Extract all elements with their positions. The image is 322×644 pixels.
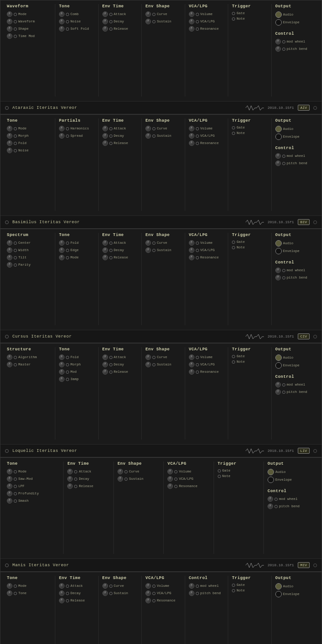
knob-sustain-cur[interactable] [145, 247, 151, 253]
knob-attack-cur[interactable] [102, 240, 108, 246]
knob-resonance-sinc[interactable] [145, 598, 151, 603]
knob-morph-loq[interactable] [59, 362, 64, 367]
knob-decay-cur[interactable] [102, 247, 108, 253]
knob-curve-man[interactable] [118, 469, 123, 474]
knob-pitchbend-man[interactable] [268, 504, 273, 509]
knob-mode-cur[interactable] [59, 255, 64, 260]
knob-vcalpg-sinc[interactable] [145, 590, 151, 596]
knob-vcalpg-cur[interactable] [189, 247, 194, 253]
knob-fold-loq[interactable] [59, 354, 64, 360]
knob-volume[interactable] [189, 11, 194, 17]
knob-sustain-man[interactable] [118, 476, 123, 482]
knob-harmonics[interactable] [59, 126, 64, 131]
knob-curve[interactable] [145, 11, 151, 17]
knob-attack-sinc[interactable] [59, 583, 64, 589]
knob-release-cur[interactable] [102, 255, 108, 260]
knob-modwheel-loq[interactable] [275, 382, 281, 387]
knob-curve-sinc[interactable] [102, 583, 108, 589]
knob-release-man[interactable] [67, 483, 73, 489]
knob-3amp-loq[interactable] [59, 376, 64, 382]
jack-audio-loq[interactable] [275, 354, 282, 361]
knob-vcalpg[interactable] [189, 19, 194, 24]
knob-pitchbend-sinc[interactable] [189, 590, 194, 596]
jack-envelope-cur[interactable] [275, 248, 282, 254]
knob-mode-sinc[interactable] [7, 583, 12, 589]
knob-decay-loq[interactable] [102, 362, 108, 367]
knob-pitchbend-loq[interactable] [275, 389, 281, 395]
knob-morph-bas[interactable] [7, 133, 12, 139]
knob-modwheel[interactable] [275, 39, 281, 44]
jack-audio-cur[interactable] [275, 240, 282, 247]
jack-audio-man[interactable] [268, 469, 274, 475]
jack-audio[interactable] [275, 11, 282, 18]
knob-shape[interactable] [7, 26, 12, 32]
knob-tone-sinc[interactable] [7, 590, 12, 596]
jack-envelope[interactable] [275, 19, 282, 26]
jack-audio-bas[interactable] [275, 126, 282, 132]
knob-release[interactable] [102, 26, 108, 32]
knob-attack[interactable] [102, 11, 108, 17]
knob-curve-cur[interactable] [145, 240, 151, 246]
knob-lpf[interactable] [7, 483, 12, 489]
knob-algorithm[interactable] [7, 354, 12, 360]
knob-noise[interactable] [59, 19, 64, 24]
knob-waveform[interactable] [7, 19, 12, 24]
knob-fold-cur[interactable] [59, 240, 64, 246]
knob-pitchbend[interactable] [275, 46, 281, 52]
knob-center[interactable] [7, 240, 12, 246]
knob-tilt[interactable] [7, 255, 12, 260]
knob-attack-bas[interactable] [102, 126, 108, 131]
knob-pitchbend-bas[interactable] [275, 161, 281, 166]
knob-sustain[interactable] [145, 19, 151, 24]
knob-timemod[interactable] [7, 33, 12, 39]
knob-attack-man[interactable] [67, 469, 73, 474]
knob-release-loq[interactable] [102, 369, 108, 375]
knob-vcalpg-bas[interactable] [189, 133, 194, 139]
knob-width[interactable] [7, 247, 12, 253]
knob-parity[interactable] [7, 262, 12, 268]
knob-curve-bas[interactable] [145, 126, 151, 131]
knob-modwheel-man[interactable] [268, 496, 273, 502]
knob-modwheel-sinc[interactable] [189, 583, 194, 589]
jack-envelope-sinc[interactable] [275, 591, 282, 597]
jack-envelope-loq[interactable] [275, 362, 282, 369]
knob-sustain-sinc[interactable] [102, 590, 108, 596]
knob-decay[interactable] [102, 19, 108, 24]
knob-mode-bas[interactable] [7, 126, 12, 131]
knob-curve-loq[interactable] [145, 354, 151, 360]
knob-mode[interactable] [7, 11, 12, 17]
knob-sustain-loq[interactable] [145, 362, 151, 367]
jack-envelope-bas[interactable] [275, 134, 282, 140]
knob-decay-sinc[interactable] [59, 590, 64, 596]
knob-resonance-loq[interactable] [189, 369, 194, 375]
knob-resonance[interactable] [189, 26, 194, 32]
knob-noise-bas[interactable] [7, 148, 12, 153]
knob-profundity[interactable] [7, 491, 12, 496]
knob-mod-loq[interactable] [59, 369, 64, 375]
knob-softfold[interactable] [59, 26, 64, 32]
knob-volume-sinc[interactable] [145, 583, 151, 589]
knob-edge[interactable] [59, 247, 64, 253]
knob-resonance-man[interactable] [167, 483, 173, 489]
knob-vcalpg-man[interactable] [167, 476, 173, 482]
knob-pitchbend-cur[interactable] [275, 275, 281, 280]
knob-release-bas[interactable] [102, 140, 108, 146]
knob-sawmod[interactable] [7, 476, 12, 482]
knob-resonance-cur[interactable] [189, 255, 194, 260]
knob-volume-cur[interactable] [189, 240, 194, 246]
knob-modwheel-cur[interactable] [275, 268, 281, 273]
knob-decay-bas[interactable] [102, 133, 108, 139]
knob-comb[interactable] [59, 11, 64, 17]
knob-volume-loq[interactable] [189, 354, 194, 360]
jack-audio-sinc[interactable] [275, 583, 282, 590]
knob-spread[interactable] [59, 133, 64, 139]
knob-modwheel-bas[interactable] [275, 153, 281, 159]
jack-envelope-man[interactable] [268, 477, 274, 483]
knob-volume-man[interactable] [167, 469, 173, 474]
knob-sustain-bas[interactable] [145, 133, 151, 139]
knob-smash[interactable] [7, 498, 12, 504]
knob-mode-man[interactable] [7, 469, 12, 474]
knob-attack-loq[interactable] [102, 354, 108, 360]
knob-master[interactable] [7, 362, 12, 367]
knob-fold-bas[interactable] [7, 140, 12, 146]
